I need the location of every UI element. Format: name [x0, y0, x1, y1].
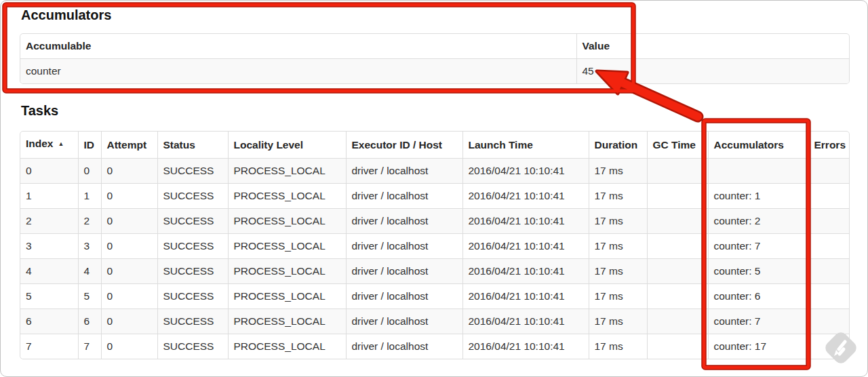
task-duration-cell: 17 ms [589, 284, 647, 309]
annotation-arrow-shaft [623, 83, 698, 117]
annotation-arrow-outline [623, 83, 698, 117]
task-accumulators-cell: counter: 17 [708, 334, 808, 359]
task-locality-cell: PROCESS_LOCAL [228, 159, 346, 184]
task-id-cell: 1 [78, 184, 101, 209]
task-launch-time-cell: 2016/04/21 10:10:41 [462, 309, 589, 334]
task-index-cell: 0 [20, 159, 78, 184]
sort-ascending-icon: ▲ [58, 140, 64, 147]
task-locality-cell: PROCESS_LOCAL [228, 309, 346, 334]
task-accumulators-cell: counter: 2 [708, 209, 808, 234]
task-gc-time-cell [647, 284, 708, 309]
task-status-cell: SUCCESS [157, 284, 228, 309]
task-launch-time-cell: 2016/04/21 10:10:41 [462, 334, 589, 359]
accumulator-row: counter 45 [20, 59, 849, 84]
task-duration-cell: 17 ms [589, 184, 647, 209]
gc-time-column-header[interactable]: GC Time [647, 132, 708, 159]
task-row: 1 1 0 SUCCESS PROCESS_LOCAL driver / loc… [20, 184, 849, 209]
index-column-label: Index [26, 138, 53, 149]
task-status-cell: SUCCESS [157, 184, 228, 209]
task-errors-cell [808, 234, 849, 259]
task-index-cell: 5 [20, 284, 78, 309]
task-attempt-cell: 0 [101, 159, 157, 184]
task-accumulators-cell: counter: 1 [708, 184, 808, 209]
executor-id-host-column-header[interactable]: Executor ID / Host [346, 132, 462, 159]
launch-time-column-header[interactable]: Launch Time [462, 132, 589, 159]
task-id-cell: 4 [78, 259, 101, 284]
task-locality-cell: PROCESS_LOCAL [228, 184, 346, 209]
task-accumulators-cell: counter: 7 [708, 309, 808, 334]
task-errors-cell [808, 159, 849, 184]
value-column-header[interactable]: Value [576, 34, 849, 59]
task-gc-time-cell [647, 184, 708, 209]
task-accumulators-cell [708, 159, 808, 184]
task-errors-cell [808, 309, 849, 334]
task-index-cell: 4 [20, 259, 78, 284]
task-executor-cell: driver / localhost [346, 159, 462, 184]
task-launch-time-cell: 2016/04/21 10:10:41 [462, 209, 589, 234]
task-attempt-cell: 0 [101, 334, 157, 359]
task-id-cell: 6 [78, 309, 101, 334]
accumulable-column-header[interactable]: Accumulable [20, 34, 576, 59]
task-id-cell: 0 [78, 159, 101, 184]
task-duration-cell: 17 ms [589, 159, 647, 184]
task-status-cell: SUCCESS [157, 159, 228, 184]
task-attempt-cell: 0 [101, 184, 157, 209]
task-accumulators-cell: counter: 6 [708, 284, 808, 309]
accumulators-column-header[interactable]: Accumulators [708, 132, 808, 159]
status-column-header[interactable]: Status [157, 132, 228, 159]
task-row: 5 5 0 SUCCESS PROCESS_LOCAL driver / loc… [20, 284, 849, 309]
task-gc-time-cell [647, 209, 708, 234]
task-locality-cell: PROCESS_LOCAL [228, 259, 346, 284]
task-locality-cell: PROCESS_LOCAL [228, 284, 346, 309]
task-status-cell: SUCCESS [157, 334, 228, 359]
task-gc-time-cell [647, 234, 708, 259]
task-errors-cell [808, 259, 849, 284]
task-index-cell: 1 [20, 184, 78, 209]
task-errors-cell [808, 334, 849, 359]
tasks-table: Index▲ ID Attempt Status Locality Level … [20, 131, 850, 359]
task-duration-cell: 17 ms [589, 209, 647, 234]
task-status-cell: SUCCESS [157, 209, 228, 234]
task-executor-cell: driver / localhost [346, 309, 462, 334]
task-gc-time-cell [647, 334, 708, 359]
task-status-cell: SUCCESS [157, 234, 228, 259]
task-id-cell: 7 [78, 334, 101, 359]
accumulators-heading: Accumulators [21, 7, 111, 23]
task-accumulators-cell: counter: 5 [708, 259, 808, 284]
task-launch-time-cell: 2016/04/21 10:10:41 [462, 234, 589, 259]
task-duration-cell: 17 ms [589, 309, 647, 334]
task-index-cell: 6 [20, 309, 78, 334]
attempt-column-header[interactable]: Attempt [101, 132, 157, 159]
index-column-header[interactable]: Index▲ [20, 132, 78, 159]
task-index-cell: 2 [20, 209, 78, 234]
tasks-header-row: Index▲ ID Attempt Status Locality Level … [20, 132, 849, 159]
errors-column-header[interactable]: Errors [808, 132, 849, 159]
task-executor-cell: driver / localhost [346, 209, 462, 234]
accumulable-value-cell: 45 [576, 59, 849, 84]
task-accumulators-cell: counter: 7 [708, 234, 808, 259]
task-errors-cell [808, 284, 849, 309]
task-locality-cell: PROCESS_LOCAL [228, 334, 346, 359]
task-executor-cell: driver / localhost [346, 234, 462, 259]
duration-column-header[interactable]: Duration [589, 132, 647, 159]
task-launch-time-cell: 2016/04/21 10:10:41 [462, 184, 589, 209]
task-attempt-cell: 0 [101, 234, 157, 259]
id-column-header[interactable]: ID [78, 132, 101, 159]
task-locality-cell: PROCESS_LOCAL [228, 209, 346, 234]
task-executor-cell: driver / localhost [346, 284, 462, 309]
task-id-cell: 3 [78, 234, 101, 259]
task-row: 3 3 0 SUCCESS PROCESS_LOCAL driver / loc… [20, 234, 849, 259]
accumulable-name-cell: counter [20, 59, 576, 84]
task-executor-cell: driver / localhost [346, 184, 462, 209]
task-locality-cell: PROCESS_LOCAL [228, 234, 346, 259]
task-status-cell: SUCCESS [157, 309, 228, 334]
locality-level-column-header[interactable]: Locality Level [228, 132, 346, 159]
task-launch-time-cell: 2016/04/21 10:10:41 [462, 159, 589, 184]
task-attempt-cell: 0 [101, 259, 157, 284]
task-index-cell: 3 [20, 234, 78, 259]
accumulators-header-row: Accumulable Value [20, 34, 849, 59]
task-errors-cell [808, 184, 849, 209]
task-attempt-cell: 0 [101, 284, 157, 309]
task-errors-cell [808, 209, 849, 234]
task-id-cell: 2 [78, 209, 101, 234]
